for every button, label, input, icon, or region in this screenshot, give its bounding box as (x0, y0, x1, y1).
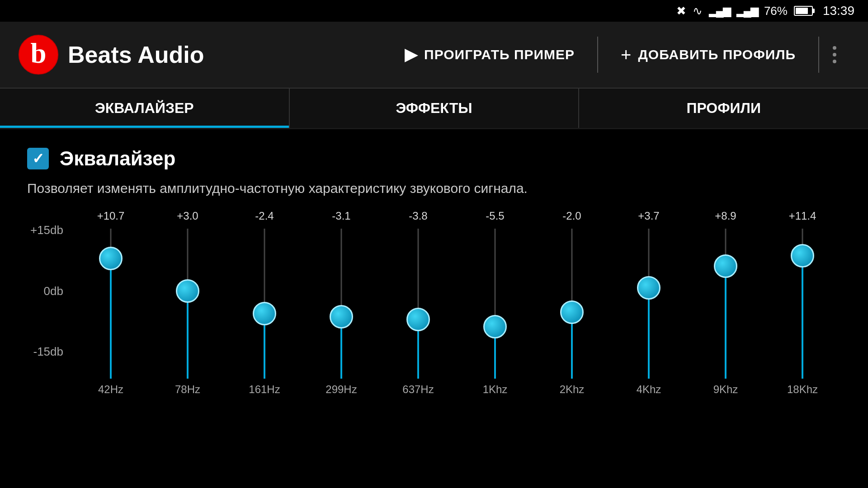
eq-band-42Hz[interactable]: +10.7 42Hz (72, 210, 149, 399)
equalizer-description: Позволяет изменять амплитудно-частотную … (27, 181, 841, 196)
status-icons: ✖ ∿ ▂▄▆ ▂▄▆ 76% 13:39 (676, 4, 854, 18)
eq-band-2Khz[interactable]: -2.0 2Khz (533, 210, 610, 399)
eq-knob-161Hz[interactable] (253, 302, 276, 325)
eq-value-2Khz: -2.0 (562, 210, 581, 224)
eq-stem-78Hz (187, 291, 189, 379)
eq-label-plus15: +15db (27, 223, 63, 237)
more-menu-button[interactable] (819, 37, 850, 72)
eq-knob-42Hz[interactable] (99, 247, 123, 270)
eq-track-42Hz[interactable] (72, 229, 149, 379)
eq-track-78Hz[interactable] (149, 229, 226, 379)
eq-knob-4Khz[interactable] (637, 276, 660, 300)
menu-dot1 (833, 46, 836, 50)
eq-stem-4Khz (648, 288, 650, 379)
play-preview-label: ПРОИГРАТЬ ПРИМЕР (424, 47, 575, 62)
add-profile-label: ДОБАВИТЬ ПРОФИЛЬ (638, 47, 796, 62)
eq-stem-42Hz (110, 258, 112, 379)
equalizer-title: Эквалайзер (60, 147, 175, 170)
eq-track-1Khz[interactable] (457, 229, 533, 379)
eq-band-299Hz[interactable]: -3.1 299Hz (303, 210, 380, 399)
wifi-icon: ∿ (693, 4, 703, 18)
eq-band-637Hz[interactable]: -3.8 637Hz (380, 210, 457, 399)
status-bar: ✖ ∿ ▂▄▆ ▂▄▆ 76% 13:39 (0, 0, 868, 22)
eq-value-9Khz: +8.9 (715, 210, 736, 224)
tab-equalizer-label: ЭКВАЛАЙЗЕР (95, 100, 194, 117)
bluetooth-icon: ✖ (676, 4, 686, 18)
checkmark-icon: ✓ (32, 151, 44, 166)
tab-profiles[interactable]: ПРОФИЛИ (579, 89, 868, 128)
eq-freq-42Hz: 42Hz (98, 383, 123, 399)
menu-dot2 (833, 53, 836, 56)
battery-percent: 76% (764, 4, 788, 18)
eq-track-18Khz[interactable] (764, 229, 841, 379)
eq-track-4Khz[interactable] (610, 229, 687, 379)
eq-value-42Hz: +10.7 (97, 210, 125, 224)
battery-icon (794, 6, 813, 16)
eq-freq-18Khz: 18Khz (787, 383, 818, 399)
eq-freq-2Khz: 2Khz (560, 383, 585, 399)
tab-equalizer[interactable]: ЭКВАЛАЙЗЕР (0, 89, 290, 128)
tab-bar: ЭКВАЛАЙЗЕР ЭФФЕКТЫ ПРОФИЛИ (0, 89, 868, 129)
clock: 13:39 (823, 4, 854, 18)
eq-freq-299Hz: 299Hz (326, 383, 357, 399)
eq-band-4Khz[interactable]: +3.7 4Khz (610, 210, 687, 399)
eq-track-2Khz[interactable] (533, 229, 610, 379)
beats-logo-icon: b (18, 34, 59, 75)
main-content: ✓ Эквалайзер Позволяет изменять амплитуд… (0, 129, 868, 418)
eq-knob-9Khz[interactable] (714, 254, 737, 278)
add-profile-button[interactable]: + ДОБАВИТЬ ПРОФИЛЬ (598, 36, 818, 74)
play-icon: ▶ (405, 45, 418, 64)
eq-stem-18Khz (802, 256, 803, 379)
eq-band-18Khz[interactable]: +11.4 18Khz (764, 210, 841, 399)
eq-knob-78Hz[interactable] (176, 279, 199, 303)
equalizer-checkbox[interactable]: ✓ (27, 148, 49, 169)
eq-label-minus15: -15db (27, 345, 63, 359)
eq-freq-4Khz: 4Khz (637, 383, 661, 399)
eq-value-18Khz: +11.4 (789, 210, 816, 224)
eq-track-9Khz[interactable] (687, 229, 764, 379)
eq-value-161Hz: -2.4 (255, 210, 274, 224)
equalizer-header: ✓ Эквалайзер (27, 147, 841, 170)
eq-freq-637Hz: 637Hz (402, 383, 434, 399)
eq-band-161Hz[interactable]: -2.4 161Hz (226, 210, 303, 399)
menu-dot3 (833, 60, 836, 63)
eq-track-637Hz[interactable] (380, 229, 457, 379)
eq-band-1Khz[interactable]: -5.5 1Khz (457, 210, 533, 399)
eq-value-78Hz: +3.0 (177, 210, 198, 224)
eq-knob-299Hz[interactable] (330, 305, 353, 328)
eq-knob-2Khz[interactable] (560, 300, 584, 324)
signal-icon2: ▂▄▆ (736, 5, 758, 17)
app-logo-area: b Beats Audio (18, 34, 382, 75)
eq-area: +15db 0db -15db +10.7 42Hz +3.0 78Hz -2.… (27, 210, 841, 399)
eq-db-labels: +15db 0db -15db (27, 210, 63, 372)
eq-freq-78Hz: 78Hz (175, 383, 200, 399)
eq-band-78Hz[interactable]: +3.0 78Hz (149, 210, 226, 399)
eq-freq-1Khz: 1Khz (483, 383, 508, 399)
eq-label-0: 0db (27, 284, 63, 298)
eq-value-637Hz: -3.8 (409, 210, 427, 224)
signal-icon: ▂▄▆ (709, 5, 730, 17)
play-preview-button[interactable]: ▶ ПРОИГРАТЬ ПРИМЕР (382, 36, 597, 73)
eq-track-299Hz[interactable] (303, 229, 380, 379)
eq-track-161Hz[interactable] (226, 229, 303, 379)
header-actions: ▶ ПРОИГРАТЬ ПРИМЕР + ДОБАВИТЬ ПРОФИЛЬ (382, 36, 850, 74)
eq-stem-9Khz (725, 266, 726, 379)
eq-value-299Hz: -3.1 (332, 210, 350, 224)
eq-knob-1Khz[interactable] (483, 315, 507, 338)
svg-text:b: b (30, 38, 46, 69)
app-title: Beats Audio (68, 41, 204, 68)
tab-effects[interactable]: ЭФФЕКТЫ (290, 89, 580, 128)
eq-freq-161Hz: 161Hz (249, 383, 280, 399)
eq-band-9Khz[interactable]: +8.9 9Khz (687, 210, 764, 399)
eq-sliders: +10.7 42Hz +3.0 78Hz -2.4 161Hz -3.1 29 (72, 210, 841, 399)
plus-icon: + (621, 45, 632, 65)
eq-freq-9Khz: 9Khz (713, 383, 738, 399)
eq-knob-18Khz[interactable] (791, 244, 814, 267)
eq-value-1Khz: -5.5 (486, 210, 504, 224)
header: b Beats Audio ▶ ПРОИГРАТЬ ПРИМЕР + ДОБАВ… (0, 22, 868, 89)
tab-effects-label: ЭФФЕКТЫ (396, 100, 472, 117)
tab-profiles-label: ПРОФИЛИ (686, 100, 761, 117)
eq-knob-637Hz[interactable] (406, 308, 430, 331)
eq-value-4Khz: +3.7 (638, 210, 659, 224)
